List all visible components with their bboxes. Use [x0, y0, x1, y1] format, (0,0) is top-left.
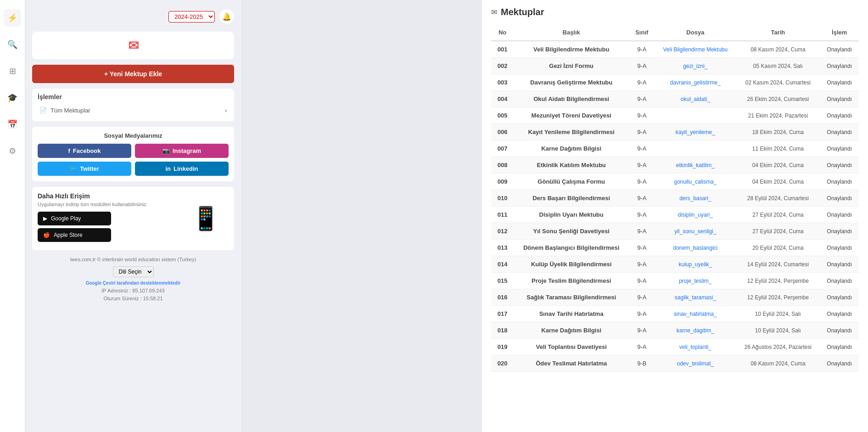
- cell-dosya[interactable]: ders_basari_: [655, 190, 736, 207]
- cell-tarih: 26 Ağustos 2024, Pazartesi: [736, 339, 820, 355]
- cell-title: Sağlık Taraması Bilgilendirmesi: [514, 289, 629, 306]
- quick-title: Daha Hızlı Erişim: [38, 192, 178, 200]
- twitter-button[interactable]: 🐦 Twitter: [38, 162, 131, 176]
- cell-islem: Onaylandı: [820, 140, 859, 157]
- cell-islem: Onaylandı: [820, 322, 859, 339]
- lightning-icon[interactable]: ⚡: [4, 9, 21, 27]
- cell-tarih: 04 Ekim 2024, Cuma: [736, 174, 820, 190]
- table-row: 010Ders Başarı Bilgilendirmesi9-Aders_ba…: [491, 190, 859, 207]
- table-row: 014Kulüp Üyelik Bilgilendirmesi9-Akulup_…: [491, 256, 859, 273]
- table-row: 013Dönem Başlangıcı Bilgilendirmesi9-Ado…: [491, 240, 859, 256]
- letters-table: No Başlık Sınıf Dosya Tarih İşlem 001Vel…: [491, 24, 859, 372]
- file-link[interactable]: veli_toplanti_: [679, 344, 711, 350]
- year-select[interactable]: 2024-2025 2023-2024 2025-2026: [168, 11, 215, 22]
- cell-dosya[interactable]: karne_dagitim_: [655, 322, 736, 339]
- file-link[interactable]: davranis_gelistirme_: [670, 79, 721, 86]
- cell-dosya[interactable]: etkinlik_katilim_: [655, 157, 736, 174]
- file-link[interactable]: proje_teslim_: [679, 278, 711, 284]
- file-link[interactable]: kulup_uyelik_: [679, 261, 712, 268]
- instagram-button[interactable]: 📷 Instagram: [135, 144, 229, 158]
- cell-sinif: 9-A: [629, 74, 655, 91]
- cell-dosya[interactable]: kayit_yenileme_: [655, 124, 736, 140]
- cell-islem: Onaylandı: [820, 306, 859, 322]
- file-link[interactable]: karne_dagitim_: [677, 327, 714, 334]
- language-select[interactable]: Dili Seçin Türkçe English: [113, 266, 154, 277]
- file-link[interactable]: Veli Bilgilendirme Mektubu: [663, 46, 728, 53]
- google-icon: Google: [86, 281, 101, 286]
- cell-dosya[interactable]: yil_sonu_senligi_: [655, 223, 736, 240]
- social-grid: f Facebook 📷 Instagram 🐦 Twitter in Link…: [38, 144, 229, 176]
- cell-title: Karne Dağıtım Bilgisi: [514, 140, 629, 157]
- file-link[interactable]: okul_aidati_: [681, 96, 710, 102]
- cell-dosya[interactable]: okul_aidati_: [655, 91, 736, 107]
- file-link[interactable]: gezi_izni_: [683, 63, 707, 69]
- file-link[interactable]: gonullu_calisma_: [674, 179, 717, 185]
- cell-dosya[interactable]: sinav_hatirlatma_: [655, 306, 736, 322]
- cell-sinif: 9-A: [629, 207, 655, 223]
- table-row: 011Disiplin Uyarı Mektubu9-Adisiplin_uya…: [491, 207, 859, 223]
- file-link[interactable]: yil_sonu_senligi_: [674, 228, 716, 235]
- facebook-button[interactable]: f Facebook: [38, 144, 131, 158]
- file-link[interactable]: kayit_yenileme_: [676, 129, 715, 135]
- copyright-text: iwes.com.tr © interbrain world education…: [32, 256, 234, 264]
- file-link[interactable]: disiplin_uyari_: [678, 212, 713, 218]
- cell-sinif: 9-A: [629, 306, 655, 322]
- cell-dosya[interactable]: gonullu_calisma_: [655, 174, 736, 190]
- cell-dosya[interactable]: veli_toplanti_: [655, 339, 736, 355]
- cell-sinif: 9-A: [629, 124, 655, 140]
- cell-dosya[interactable]: gezi_izni_: [655, 58, 736, 74]
- cell-sinif: 9-A: [629, 41, 655, 58]
- search-icon[interactable]: 🔍: [4, 36, 21, 53]
- cell-no: 016: [491, 289, 514, 306]
- sidebar-footer: iwes.com.tr © interbrain world education…: [32, 256, 234, 303]
- cell-islem: Onaylandı: [820, 41, 859, 58]
- settings-icon[interactable]: ⚙: [4, 142, 21, 160]
- cell-title: Proje Teslim Bilgilendirmesi: [514, 273, 629, 289]
- file-link[interactable]: ders_basari_: [679, 195, 711, 202]
- cell-dosya[interactable]: donem_baslangici: [655, 240, 736, 256]
- cell-dosya[interactable]: disiplin_uyari_: [655, 207, 736, 223]
- sidebar: 2024-2025 2023-2024 2025-2026 🔔 ✉ + Yeni…: [25, 0, 241, 432]
- linkedin-button[interactable]: in Linkedin: [135, 162, 229, 176]
- cell-no: 020: [491, 355, 514, 372]
- table-row: 012Yıl Sonu Şenliği Davetiyesi9-Ayil_son…: [491, 223, 859, 240]
- apple-store-button[interactable]: 🍎 Apple Store: [38, 228, 111, 242]
- main-content: ✉ Mektuplar No Başlık Sınıf Dosya Tarih …: [482, 0, 868, 432]
- cell-tarih: 02 Kasım 2024, Cumartesi: [736, 74, 820, 91]
- file-link[interactable]: saglik_taramasi_: [675, 294, 716, 301]
- table-row: 020Ödev Teslimat Hatırlatma9-Bodev_tesli…: [491, 355, 859, 372]
- table-row: 016Sağlık Taraması Bilgilendirmesi9-Asag…: [491, 289, 859, 306]
- cell-sinif: 9-B: [629, 355, 655, 372]
- cell-dosya[interactable]: proje_teslim_: [655, 273, 736, 289]
- file-link[interactable]: etkinlik_katilim_: [676, 162, 715, 168]
- cell-dosya[interactable]: odev_teslimat_: [655, 355, 736, 372]
- cell-sinif: 9-A: [629, 91, 655, 107]
- cell-title: Davranış Geliştirme Mektubu: [514, 74, 629, 91]
- file-link[interactable]: donem_baslangici: [673, 245, 718, 251]
- cell-dosya[interactable]: Veli Bilgilendirme Mektubu: [655, 41, 736, 58]
- social-section: Sosyal Medyalarımız f Facebook 📷 Instagr…: [32, 127, 234, 181]
- cell-sinif: 9-A: [629, 107, 655, 124]
- graduation-icon[interactable]: 🎓: [4, 89, 21, 107]
- table-row: 018Karne Dağıtım Bilgisi9-Akarne_dagitim…: [491, 322, 859, 339]
- cell-dosya[interactable]: kulup_uyelik_: [655, 256, 736, 273]
- file-link[interactable]: sinav_hatirlatma_: [674, 311, 717, 317]
- operations-title: İşlemler: [38, 93, 229, 101]
- col-tarih: Tarih: [736, 24, 820, 41]
- cell-islem: Onaylandı: [820, 190, 859, 207]
- cell-tarih: 21 Ekim 2024, Pazartesi: [736, 107, 820, 124]
- cell-dosya[interactable]: saglik_taramasi_: [655, 289, 736, 306]
- cell-title: Yıl Sonu Şenliği Davetiyesi: [514, 223, 629, 240]
- all-letters-item[interactable]: 📄 Tüm Mektuplar ›: [38, 104, 229, 117]
- cell-sinif: 9-A: [629, 157, 655, 174]
- google-play-button[interactable]: ▶ Google Play: [38, 212, 111, 225]
- cell-no: 008: [491, 157, 514, 174]
- notification-bell-button[interactable]: 🔔: [219, 9, 234, 24]
- cell-dosya[interactable]: davranis_gelistirme_: [655, 74, 736, 91]
- cell-no: 011: [491, 207, 514, 223]
- new-letter-button[interactable]: + Yeni Mektup Ekle: [32, 65, 234, 83]
- file-link[interactable]: odev_teslimat_: [677, 360, 714, 367]
- cell-title: Veli Toplantısı Davetiyesi: [514, 339, 629, 355]
- calendar-icon[interactable]: 📅: [4, 116, 21, 133]
- grid-icon[interactable]: ⊞: [4, 62, 21, 80]
